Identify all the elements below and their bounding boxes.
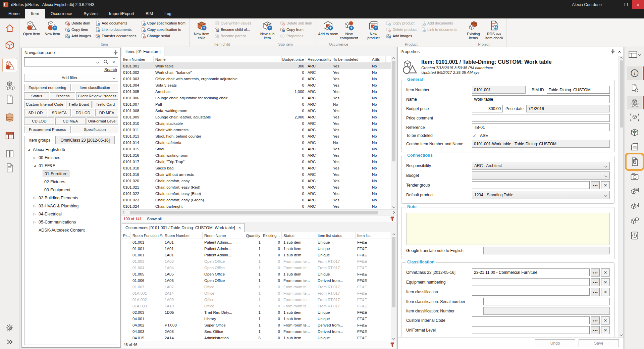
column-header-item-list-status[interactable]: Item list status: [316, 232, 356, 239]
new-product-button[interactable]: +New product: [363, 19, 384, 41]
table-row[interactable]: 0101.006Lounge chair, adjustable for rec…: [121, 95, 396, 101]
existing-items-button[interactable]: Existing items: [463, 19, 484, 41]
tree-item-01-ff-e[interactable]: ◢01-FF&E: [24, 162, 118, 170]
column-header-room-function[interactable]: Room Function #:: [131, 232, 163, 239]
menu-tab-log[interactable]: Log: [159, 9, 177, 18]
delete-sub-item-button[interactable]: ×Delete sub item: [278, 20, 313, 26]
tree-expander-icon[interactable]: ▷: [32, 156, 37, 159]
pin-icon[interactable]: [611, 49, 615, 54]
pin-icon[interactable]: [114, 50, 118, 55]
table-row[interactable]: 0101.020Chair, comfort, easy0ARCYesNo: [121, 178, 396, 184]
price-date-field[interactable]: [526, 105, 610, 112]
tab-omniclass-23-2012-05-16[interactable]: OmniClass 23 [2012-05-16]: [55, 136, 115, 144]
tree-expander-icon[interactable]: ▷: [32, 204, 37, 208]
become-parent-button[interactable]: ▴Become parent: [213, 33, 253, 39]
lookup-button[interactable]: ●●●: [591, 278, 600, 286]
filter-chip-equipment-numbering[interactable]: Equipment numbering: [24, 84, 71, 91]
item-classification-number-field[interactable]: [483, 307, 610, 315]
new-component-button[interactable]: +New component: [338, 19, 359, 41]
clear-icon[interactable]: ×: [601, 288, 610, 296]
change-serial-button[interactable]: #Change serial: [139, 33, 187, 39]
rds-item-check-button[interactable]: RDS <-> Item check: [484, 19, 504, 41]
menu-tab-import-export[interactable]: Import/Export: [103, 9, 140, 18]
filter-chip-dd-lod[interactable]: DD LOD: [72, 109, 95, 116]
images-icon[interactable]: [627, 170, 642, 183]
table-row[interactable]: 0101.010Chair, stackable0ARCYesNo: [121, 120, 396, 127]
column-header-status[interactable]: Status: [282, 232, 316, 239]
tree-item-03-hvac-plumbing[interactable]: ▷03-HVAC & Plumbing: [24, 202, 118, 210]
filter-chip-client-review-process[interactable]: Client Review Process: [76, 92, 118, 100]
add-documents-button[interactable]: +Add documents: [94, 20, 138, 26]
filter-chip-status[interactable]: Status: [24, 92, 49, 100]
tree-item-02-building-elements[interactable]: ▷02-Building Elements: [24, 194, 118, 202]
filter-chip-sd-lod[interactable]: SD LOD: [24, 109, 47, 116]
bim-model-icon[interactable]: [627, 111, 642, 124]
clear-icon[interactable]: ×: [601, 181, 610, 189]
tree-expander-icon[interactable]: ▷: [32, 220, 37, 224]
table-row[interactable]: 0101.014Chair, cafeteria0ARCNoNo: [121, 139, 396, 146]
reports-icon[interactable]: [2, 147, 17, 161]
attachments-icon[interactable]: [627, 155, 642, 168]
tree-expander-icon[interactable]: ◢: [26, 148, 31, 151]
column-header-to-be-modeled[interactable]: To be modeled: [331, 56, 370, 62]
table-row[interactable]: 0101.004Sofa 3 seats0ARCYesNo: [121, 82, 396, 88]
tree-item-04-electrical[interactable]: ▷04-Electrical: [24, 210, 118, 218]
table-row[interactable]: 04.0032A03Sec. Office10From room te...De…: [121, 328, 396, 335]
search-icon[interactable]: [102, 59, 110, 64]
custom-internal-code-field[interactable]: [472, 316, 590, 324]
column-header-room-number[interactable]: Room Number: [163, 232, 203, 239]
copy-item-button[interactable]: +Copy item: [63, 26, 92, 33]
table-row[interactable]: 01.0011A01Patient Admin....101 sub itemU…: [121, 245, 396, 252]
table-row[interactable]: 04.0152A14Administration601 sub itemUniq…: [121, 335, 396, 341]
search-input[interactable]: [24, 58, 94, 66]
combo-name-field[interactable]: [472, 140, 610, 148]
link-to-documents-button[interactable]: ∞Link to documents: [419, 26, 459, 33]
reference-field[interactable]: [472, 123, 610, 131]
occurrences-vscrollbar[interactable]: [391, 232, 396, 341]
add-filter-dropdown[interactable]: Add filter...: [24, 74, 118, 82]
menu-tab-system[interactable]: System: [78, 9, 103, 18]
table-row[interactable]: 0101.018Sacco bag0ARCYesNo: [121, 165, 396, 171]
tree-item-alexia-english-db[interactable]: ◢Alexia English db: [24, 146, 118, 154]
table-row[interactable]: 0101.023Chair, comfort, easy (Green)0ARC…: [121, 197, 396, 203]
column-header-room-name[interactable]: Room Name: [203, 232, 242, 239]
items-tab[interactable]: Items [01-Furniture]: [122, 47, 164, 56]
tree-item-adsk-autodesk-content[interactable]: ADSK-Autodesk Content: [24, 226, 118, 234]
filter-chip-trello-board[interactable]: Trello Board: [66, 101, 92, 108]
new-item-child-button[interactable]: +New item child: [191, 19, 212, 41]
tab-item-groups[interactable]: Item groups: [24, 136, 55, 144]
clear-icon[interactable]: ×: [601, 268, 610, 277]
close-button[interactable]: ×: [632, 0, 644, 9]
clear-search-icon[interactable]: ×: [110, 59, 118, 65]
item-documents-icon[interactable]: [627, 81, 642, 95]
search-link[interactable]: Search: [104, 67, 117, 72]
ase-checkbox[interactable]: [491, 133, 496, 138]
menu-tab-occurrence[interactable]: Occurrence: [45, 9, 78, 18]
price-comment-field[interactable]: [472, 114, 610, 122]
equipment-numbering-field[interactable]: [472, 278, 590, 286]
table-row[interactable]: 0101.002Work chair, "balance"0ARCYesNo: [121, 69, 396, 76]
transfer-occurrences-button[interactable]: ⇄Transfer occurrences: [94, 33, 138, 39]
table-row[interactable]: 0101.017Chair, "Trip Trap"0ARCYesNo: [121, 158, 396, 165]
copy-specification-from-button[interactable]: ✎Copy specification from: [139, 20, 187, 26]
table-row[interactable]: 0101.021Chair, comfort, easy (Red)0ARCYe…: [121, 184, 396, 190]
column-header-item-list[interactable]: Item list: [356, 232, 390, 239]
close-tab-icon[interactable]: ×: [238, 225, 241, 230]
search-dropdown-icon[interactable]: [94, 61, 102, 63]
filter-chip-dd-mea[interactable]: DD MEA: [95, 109, 118, 116]
info-icon[interactable]: i: [627, 66, 642, 80]
filter-chip-cd-mea[interactable]: CD MEA: [55, 117, 86, 125]
clear-icon[interactable]: ×: [601, 326, 610, 334]
item-classification-field[interactable]: [472, 288, 590, 296]
column-header-name[interactable]: Name: [154, 56, 282, 62]
home-icon[interactable]: [2, 21, 17, 35]
tree-expander-icon[interactable]: ▷: [32, 212, 37, 216]
filter-chip-specification[interactable]: Specification: [72, 126, 118, 133]
table-row[interactable]: 04.001Library101 sub itemUniqueFF&E: [121, 315, 396, 322]
table-row[interactable]: 0101.005Armchair1,000ARCYesNo: [121, 88, 396, 95]
omniclass-field[interactable]: [472, 268, 590, 276]
to-be-modeled-checkbox[interactable]: ✓: [472, 133, 477, 138]
clear-icon[interactable]: ×: [601, 278, 610, 286]
lookup-button[interactable]: ●●●: [591, 268, 600, 277]
copy-specification-to-button[interactable]: ✎Copy specification to: [139, 26, 187, 33]
